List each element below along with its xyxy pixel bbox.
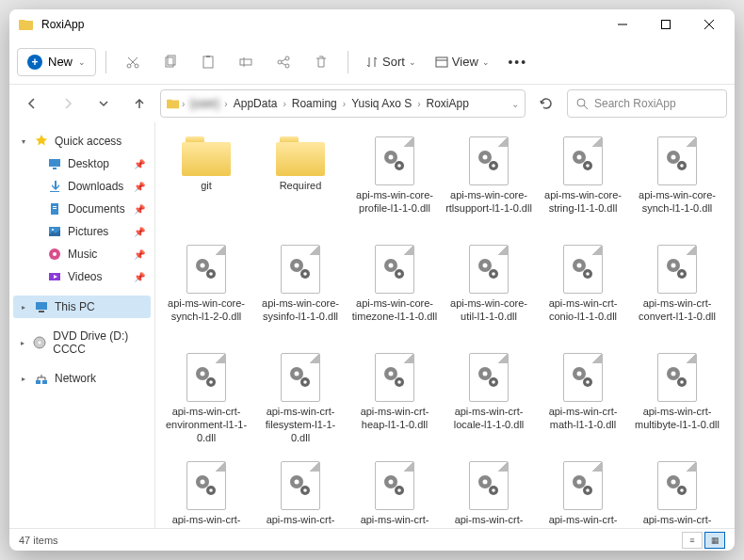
svg-point-14 (285, 64, 289, 68)
new-button[interactable]: + New ⌄ (17, 48, 96, 76)
file-item[interactable]: api-ms-win-crt-multibyte-l1-1-0.dll (630, 346, 724, 455)
dll-icon (469, 353, 509, 402)
sidebar-item-pictures[interactable]: Pictures📌 (13, 220, 151, 243)
svg-rect-31 (39, 311, 44, 312)
svg-point-53 (201, 264, 205, 268)
svg-rect-20 (53, 168, 57, 169)
pc-icon (34, 299, 49, 314)
recent-button[interactable] (89, 88, 119, 119)
file-item[interactable]: api-ms-win-core-util-l1-1-0.dll (442, 238, 536, 346)
file-item[interactable]: api-ms-win-core-timezone-l1-1-0.dll (348, 238, 442, 346)
file-item[interactable]: api-ms-win-crt-stdio-l1-1-0.dll (442, 455, 536, 528)
file-name: Required (280, 180, 322, 193)
svg-point-91 (492, 380, 495, 384)
chevron-down-icon[interactable]: ⌄ (511, 99, 519, 109)
file-item[interactable]: api-ms-win-crt-heap-l1-1-0.dll (348, 346, 442, 455)
file-item[interactable]: api-ms-win-core-sysinfo-l1-1-0.dll (253, 238, 348, 346)
copy-button[interactable] (154, 45, 187, 79)
file-item[interactable]: api-ms-win-core-string-l1-1-0.dll (536, 130, 630, 238)
pin-icon: 📌 (134, 249, 145, 260)
new-label: New (48, 55, 73, 69)
file-item[interactable]: api-ms-win-core-profile-l1-1-0.dll (348, 130, 442, 238)
file-item[interactable]: api-ms-win-crt-convert-l1-1-0.dll (630, 238, 724, 346)
paste-button[interactable] (191, 45, 225, 79)
dll-icon (469, 461, 509, 510)
more-button[interactable]: ••• (501, 45, 535, 79)
file-name: api-ms-win-core-sysinfo-l1-1-0.dll (256, 297, 345, 324)
search-icon (575, 97, 589, 110)
plus-icon: + (27, 55, 42, 70)
sidebar-item-music[interactable]: Music📌 (13, 243, 151, 265)
sidebar-item-label: Videos (68, 270, 102, 283)
address-bar[interactable]: › [user] › AppData › Roaming › Yusiq Axo… (160, 89, 526, 118)
file-item[interactable]: git (159, 130, 253, 238)
breadcrumb-appdata[interactable]: AppData (230, 95, 282, 112)
breadcrumb-user[interactable]: [user] (186, 95, 222, 112)
view-button[interactable]: View ⌄ (428, 49, 497, 74)
sidebar-item-dvd-drive-d-cccc[interactable]: ▸DVD Drive (D:) CCCC (13, 326, 151, 360)
dll-icon (281, 461, 320, 510)
cut-button[interactable] (116, 45, 150, 79)
refresh-button[interactable] (531, 88, 561, 119)
sidebar-item-network[interactable]: ▸Network (13, 367, 151, 390)
svg-point-113 (483, 480, 488, 485)
svg-point-105 (295, 480, 299, 485)
up-button[interactable] (124, 88, 154, 119)
file-item[interactable]: api-ms-win-crt-process-l1-1-0.dll (253, 455, 348, 528)
file-item[interactable]: api-ms-win-crt-math-l1-1-0.dll (536, 346, 630, 455)
breadcrumb-roxiapp[interactable]: RoxiApp (423, 95, 473, 112)
share-button[interactable] (267, 45, 300, 79)
file-item[interactable]: api-ms-win-crt-environment-l1-1-0.dll (159, 346, 253, 455)
dll-icon (469, 245, 509, 294)
pin-icon: 📌 (134, 159, 145, 169)
file-item[interactable]: Required (253, 130, 348, 238)
file-item[interactable]: api-ms-win-crt-string-l1-1-0.dll (536, 455, 630, 528)
forward-button[interactable] (53, 88, 83, 119)
search-input[interactable]: Search RoxiApp (567, 89, 727, 118)
sidebar-item-this-pc[interactable]: ▸This PC (13, 296, 151, 318)
svg-rect-9 (206, 56, 210, 57)
file-list[interactable]: gitRequiredapi-ms-win-core-profile-l1-1-… (155, 122, 735, 528)
close-button[interactable] (687, 9, 731, 40)
file-item[interactable]: api-ms-win-crt-time-l1-1-0.dll (630, 455, 724, 528)
file-item[interactable]: api-ms-win-crt-private-l1-1-0.dll (159, 455, 253, 528)
svg-point-45 (577, 155, 582, 160)
sidebar-item-documents[interactable]: Documents📌 (13, 198, 151, 220)
rename-button[interactable] (229, 45, 263, 79)
titlebar[interactable]: RoxiApp (9, 9, 735, 40)
back-button[interactable] (17, 88, 47, 119)
minimize-button[interactable] (601, 9, 644, 40)
file-item[interactable]: api-ms-win-crt-locale-l1-1-0.dll (442, 346, 536, 455)
svg-rect-19 (49, 159, 60, 167)
star-icon (34, 134, 49, 149)
svg-point-111 (397, 488, 401, 492)
dll-icon (375, 353, 414, 402)
sidebar-item-desktop[interactable]: Desktop📌 (13, 152, 151, 175)
file-item[interactable]: api-ms-win-core-synch-l1-1-0.dll (630, 130, 724, 238)
sidebar-item-videos[interactable]: Videos📌 (13, 265, 151, 288)
file-item[interactable]: api-ms-win-core-synch-l1-2-0.dll (159, 238, 253, 346)
svg-point-75 (680, 272, 684, 276)
breadcrumb-roaming[interactable]: Roaming (288, 95, 341, 112)
svg-point-13 (285, 56, 289, 60)
maximize-button[interactable] (644, 9, 687, 40)
item-count: 47 items (19, 535, 58, 546)
file-item[interactable]: api-ms-win-core-rtlsupport-l1-1-0.dll (442, 130, 536, 238)
file-item[interactable]: api-ms-win-crt-conio-l1-1-0.dll (536, 238, 630, 346)
dll-icon (375, 245, 414, 294)
details-view-button[interactable]: ≡ (682, 532, 703, 549)
sort-label: Sort (382, 55, 405, 69)
view-icon (435, 56, 448, 69)
dll-icon (375, 136, 414, 185)
svg-rect-21 (50, 191, 59, 192)
sort-button[interactable]: Sort ⌄ (358, 49, 424, 74)
delete-button[interactable] (304, 45, 338, 79)
breadcrumb-yusiq[interactable]: Yusiq Axo S (348, 95, 415, 112)
file-item[interactable]: api-ms-win-crt-runtime-l1-1-0.dll (348, 455, 442, 528)
dll-icon (186, 353, 226, 402)
icons-view-button[interactable]: ▦ (704, 532, 725, 549)
explorer-window: RoxiApp + New ⌄ Sort ⌄ View ⌄ •• (9, 9, 735, 551)
file-item[interactable]: api-ms-win-crt-filesystem-l1-1-0.dll (253, 346, 348, 455)
sidebar-item-quick-access[interactable]: ▾Quick access (13, 130, 151, 152)
sidebar-item-downloads[interactable]: Downloads📌 (13, 175, 151, 198)
